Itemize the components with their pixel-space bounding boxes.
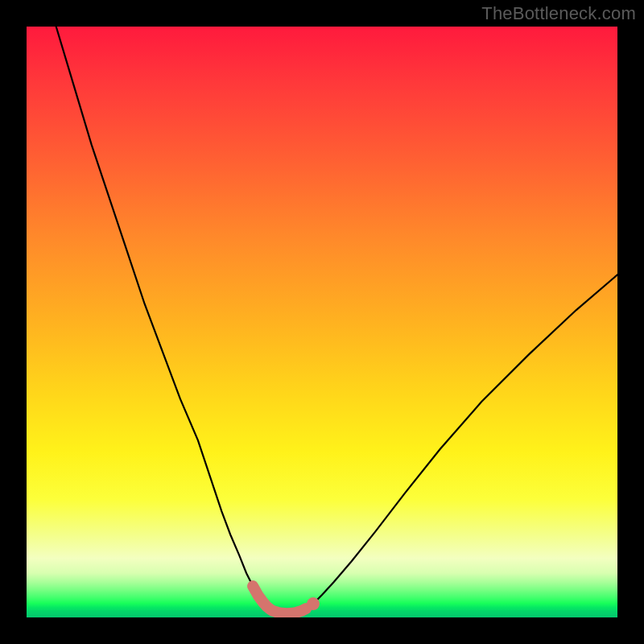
- watermark-text: TheBottleneck.com: [481, 3, 636, 24]
- highlight-arc: [253, 586, 306, 613]
- chart-frame: TheBottleneck.com: [0, 0, 644, 644]
- bottleneck-curve: [56, 27, 617, 613]
- curve-layer: [27, 27, 617, 617]
- plot-area: [27, 27, 617, 617]
- highlight-dot: [307, 597, 320, 610]
